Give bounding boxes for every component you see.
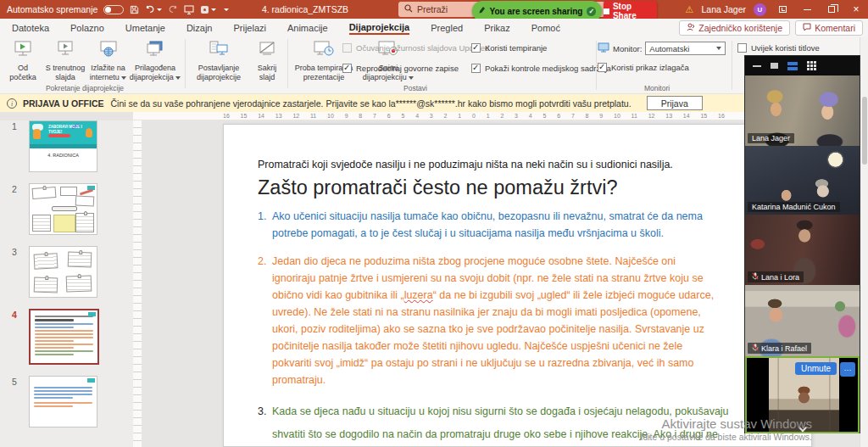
badge bbox=[87, 378, 95, 383]
ruler-number: 1 bbox=[487, 113, 490, 119]
tab-umetanje[interactable]: Umetanje bbox=[125, 23, 165, 33]
from-current-slide-button[interactable]: S trenutnog slajda bbox=[42, 37, 88, 81]
slide-thumbnail-panel: 1 ZABORAVI MOJE I TVOJE! 4. RADIONICA 2 … bbox=[0, 120, 133, 447]
vertical-scrollbar[interactable] bbox=[860, 37, 868, 447]
tab-pregled[interactable]: Pregled bbox=[431, 23, 463, 33]
always-use-subtitles-checkbox[interactable]: Uvijek koristi titlove bbox=[737, 43, 820, 53]
signin-button[interactable]: Prijava bbox=[647, 96, 703, 110]
ruler-number: 16 bbox=[718, 113, 725, 119]
misspelled-word: luzera bbox=[404, 289, 433, 301]
share-icon bbox=[687, 23, 695, 33]
notice-message: Čini se da su vaše pohranjene vjerodajni… bbox=[110, 98, 631, 109]
ruler-number: 16 bbox=[223, 113, 230, 119]
present-online-button[interactable]: Izlažite na internetu bbox=[88, 37, 128, 81]
autosave-label: Automatsko spremanje bbox=[7, 4, 97, 14]
tab-polazno[interactable]: Polazno bbox=[70, 23, 104, 33]
share-button[interactable]: Zajedničko korištenje bbox=[679, 20, 790, 36]
slide-number: 1 bbox=[0, 120, 29, 172]
avatar[interactable]: U bbox=[754, 3, 766, 16]
ruler-number: 2 bbox=[500, 113, 504, 119]
gallery-view-icon[interactable] bbox=[807, 61, 816, 70]
close-icon[interactable]: × bbox=[848, 0, 865, 19]
tab-pomoc[interactable]: Pomoć bbox=[531, 23, 560, 33]
current-slide[interactable]: Promatrači koji svjedoče nasilju i ne po… bbox=[223, 124, 812, 447]
slide-heading[interactable]: Zašto promatrači često ne pomažu žrtvi? bbox=[258, 176, 769, 199]
autosave-toggle[interactable] bbox=[103, 5, 124, 14]
slide1-banner: ZABORAVI MOJE I TVOJE! bbox=[30, 121, 97, 144]
tab-datoteka[interactable]: Datoteka bbox=[12, 23, 49, 33]
tab-dizajn[interactable]: Dizajn bbox=[186, 23, 213, 33]
slide-thumbnail-5[interactable] bbox=[29, 376, 97, 427]
from-beginning-button[interactable]: Od početka bbox=[3, 37, 42, 81]
ruler-number: 15 bbox=[241, 113, 248, 119]
zoom-minimize-icon[interactable] bbox=[753, 65, 761, 67]
tab-prijelazi[interactable]: Prijelazi bbox=[233, 23, 266, 33]
ruler-number: 15 bbox=[700, 113, 707, 119]
vertical-ruler[interactable] bbox=[133, 120, 142, 447]
undo-icon[interactable] bbox=[145, 5, 162, 14]
notice-title: PRIJAVA U OFFICE bbox=[23, 98, 103, 109]
redo-icon[interactable] bbox=[168, 5, 178, 14]
search-icon bbox=[404, 4, 413, 14]
user-name: Lana Jager bbox=[701, 4, 746, 14]
thumbnail-row: 4 bbox=[0, 309, 133, 365]
monitor-dropdown[interactable]: Automatski bbox=[645, 42, 726, 55]
zoom-panel-controls bbox=[745, 56, 860, 75]
hide-slide-icon bbox=[257, 40, 277, 61]
video-tile[interactable]: Lana Jager bbox=[745, 75, 860, 146]
ruler-number: 11 bbox=[632, 113, 637, 119]
play-narrations-checkbox[interactable]: Reproduciraj govorne zapise bbox=[342, 64, 489, 73]
play-from-current-icon bbox=[55, 40, 75, 61]
slide-thumbnail-1[interactable]: ZABORAVI MOJE I TVOJE! 4. RADIONICA bbox=[29, 120, 97, 172]
minimize-icon[interactable] bbox=[798, 0, 815, 19]
more-options-button[interactable]: ··· bbox=[840, 362, 855, 377]
ruler-number: 5 bbox=[401, 113, 404, 119]
video-tile[interactable]: Lana i Lora bbox=[745, 215, 860, 285]
ruler-number: 10 bbox=[614, 113, 620, 119]
monitor-label: Monitor: bbox=[613, 44, 642, 53]
slide-number: 2 bbox=[0, 183, 29, 235]
mic-muted-icon bbox=[752, 344, 759, 353]
ribbon-options-icon[interactable] bbox=[774, 0, 791, 19]
slide-thumbnail-4[interactable] bbox=[29, 309, 99, 365]
slide-thumbnail-3[interactable] bbox=[29, 246, 97, 298]
unmute-button[interactable]: Unmute bbox=[795, 362, 837, 375]
tab-dijaprojekcija[interactable]: Dijaprojekcija bbox=[349, 22, 410, 35]
slide-list-item-2[interactable]: 2.Jedan dio djeca ne poduzima ništa zbog… bbox=[258, 253, 720, 388]
pen-mode-icon[interactable] bbox=[200, 5, 216, 14]
tab-animacije[interactable]: Animacije bbox=[287, 23, 328, 33]
comments-button[interactable]: Komentari bbox=[795, 20, 863, 36]
use-timings-checkbox[interactable]: Koristi tempiranje bbox=[471, 43, 611, 53]
thumbnail-row: 5 bbox=[0, 376, 133, 427]
search-placeholder: Pretraži bbox=[417, 4, 448, 14]
slideshow-icon[interactable] bbox=[184, 5, 194, 14]
presenter-view-checkbox[interactable]: Koristi prikaz izlagača bbox=[598, 63, 726, 72]
slide-thumbnail-2[interactable] bbox=[29, 183, 97, 235]
mic-muted-icon bbox=[752, 272, 759, 282]
item-number: 1. bbox=[258, 208, 266, 225]
custom-slideshow-button[interactable]: Prilagođena dijaprojekcija bbox=[128, 37, 182, 81]
speaker-view-icon[interactable] bbox=[787, 62, 798, 70]
participant-label: Katarina Madunić Cukon bbox=[748, 202, 840, 212]
tab-prikaz[interactable]: Prikaz bbox=[484, 23, 510, 33]
keep-slides-updated-checkbox[interactable]: Očuvanje ažurnosti slajdova Updated bbox=[342, 43, 489, 53]
screen-sharing-label: You are screen sharing bbox=[490, 7, 583, 16]
zoom-fullscreen-icon[interactable] bbox=[771, 63, 778, 69]
hide-slide-button[interactable]: Sakrij slajd bbox=[249, 37, 285, 81]
show-media-controls-checkbox[interactable]: Pokaži kontrole medijskog sadržaja bbox=[471, 64, 611, 73]
slide-intro-text[interactable]: Promatrači koji svjedoče nasilju i ne po… bbox=[258, 159, 769, 170]
comment-icon bbox=[803, 23, 811, 33]
ruler-number: 4 bbox=[415, 113, 419, 119]
ruler-number: 6 bbox=[387, 113, 391, 119]
scrollbar-thumb[interactable] bbox=[862, 97, 867, 165]
ruler-number: 13 bbox=[275, 113, 282, 119]
video-tile[interactable]: Klara i Rafael bbox=[745, 285, 860, 356]
video-tile[interactable]: Katarina Madunić Cukon bbox=[745, 146, 860, 215]
slide-list-item-1[interactable]: 1.Ako učenici situaciju nasilja tumače k… bbox=[258, 208, 720, 242]
menu-bar: Datoteka Polazno Umetanje Dizajn Prijela… bbox=[0, 19, 868, 37]
setup-slideshow-button[interactable]: Postavljanje dijaprojekcije bbox=[188, 37, 249, 81]
customize-qat-icon[interactable] bbox=[222, 8, 229, 11]
restore-icon[interactable] bbox=[823, 0, 840, 19]
info-icon: i bbox=[7, 98, 17, 109]
save-icon[interactable] bbox=[130, 5, 139, 14]
